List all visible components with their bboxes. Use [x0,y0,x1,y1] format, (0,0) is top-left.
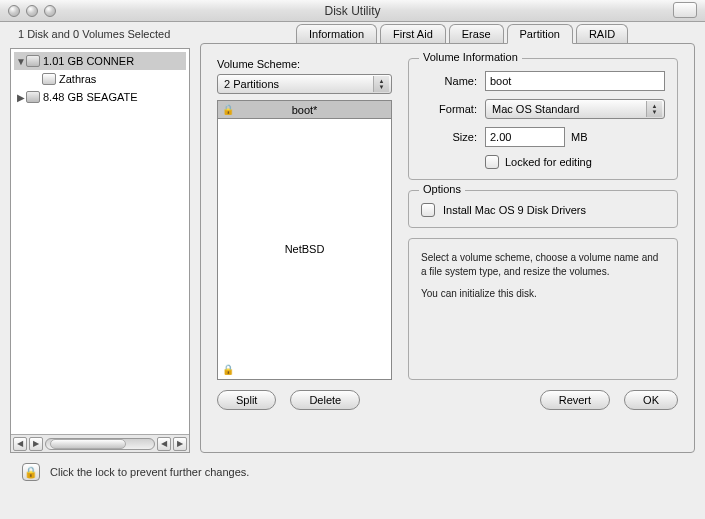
footer: 🔒 Click the lock to prevent further chan… [0,453,705,481]
locked-checkbox[interactable] [485,155,499,169]
window-title: Disk Utility [0,4,705,18]
delete-button[interactable]: Delete [290,390,360,410]
partition-map: 🔒 boot* 🔒 NetBSD [217,100,392,380]
partition-label: boot* [292,104,318,116]
volume-row-zathras[interactable]: Zathras [14,70,186,88]
split-button[interactable]: Split [217,390,276,410]
size-label: Size: [421,131,477,143]
volume-information-legend: Volume Information [419,51,522,63]
ok-button[interactable]: OK [624,390,678,410]
partition-segment-boot[interactable]: 🔒 boot* [218,101,391,119]
volume-label: Zathras [59,73,96,85]
volume-information-group: Volume Information Name: Format: Mac OS … [408,58,678,180]
options-legend: Options [419,183,465,195]
disk-sidebar: ▼ 1.01 GB CONNER Zathras ▶ 8.48 GB SEAGA… [10,48,190,453]
format-value: Mac OS Standard [492,103,579,115]
footer-text: Click the lock to prevent further change… [50,466,249,478]
help-group: Select a volume scheme, choose a volume … [408,238,678,380]
toolbar-toggle-button[interactable] [673,2,697,18]
titlebar: Disk Utility [0,0,705,22]
options-group: Options Install Mac OS 9 Disk Drivers [408,190,678,228]
sidebar-horizontal-scrollbar[interactable]: ◀ ▶ ◀ ▶ [11,434,189,452]
install-drivers-checkbox[interactable] [421,203,435,217]
disk-row-conner[interactable]: ▼ 1.01 GB CONNER [14,52,186,70]
scroll-right-button[interactable]: ▶ [29,437,43,451]
disclosure-triangle-icon[interactable]: ▼ [16,56,26,67]
disk-label: 1.01 GB CONNER [43,55,134,67]
scroll-left-button[interactable]: ◀ [13,437,27,451]
lock-button[interactable]: 🔒 [22,463,40,481]
disk-row-seagate[interactable]: ▶ 8.48 GB SEAGATE [14,88,186,106]
popup-arrows-icon: ▲▼ [646,101,662,117]
scroll-track[interactable] [45,438,155,450]
format-label: Format: [421,103,477,115]
help-text-1: Select a volume scheme, choose a volume … [421,251,665,279]
tab-erase[interactable]: Erase [449,24,504,44]
format-popup[interactable]: Mac OS Standard ▲▼ [485,99,665,119]
name-label: Name: [421,75,477,87]
help-text-2: You can initialize this disk. [421,287,665,301]
size-input[interactable] [485,127,565,147]
revert-button[interactable]: Revert [540,390,610,410]
scroll-thumb[interactable] [50,439,126,449]
partition-panel: Volume Scheme: 2 Partitions ▲▼ 🔒 boot* 🔒… [200,43,695,453]
locked-label: Locked for editing [505,156,592,168]
disclosure-triangle-icon[interactable]: ▶ [16,92,26,103]
scroll-left-button-2[interactable]: ◀ [157,437,171,451]
tab-information[interactable]: Information [296,24,377,44]
disk-icon [26,91,40,103]
partition-segment-netbsd[interactable]: 🔒 NetBSD [218,119,391,379]
install-drivers-label: Install Mac OS 9 Disk Drivers [443,204,586,216]
size-unit: MB [571,131,588,143]
lock-icon: 🔒 [222,104,234,115]
tab-partition[interactable]: Partition [507,24,573,44]
volume-name-input[interactable] [485,71,665,91]
volume-scheme-popup[interactable]: 2 Partitions ▲▼ [217,74,392,94]
disk-icon [26,55,40,67]
lock-icon: 🔒 [222,364,234,375]
volume-scheme-value: 2 Partitions [224,78,279,90]
partition-label: NetBSD [285,243,325,255]
volume-icon [42,73,56,85]
scroll-right-button-2[interactable]: ▶ [173,437,187,451]
volume-scheme-label: Volume Scheme: [217,58,392,70]
disk-label: 8.48 GB SEAGATE [43,91,138,103]
popup-arrows-icon: ▲▼ [373,76,389,92]
tab-first-aid[interactable]: First Aid [380,24,446,44]
tab-raid[interactable]: RAID [576,24,628,44]
